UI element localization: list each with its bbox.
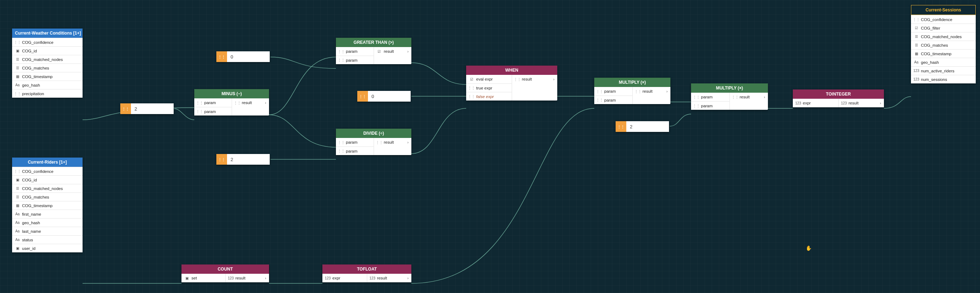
constant-value[interactable]: 2: [626, 121, 669, 132]
field-row[interactable]: ☰COG_matched_nodes: [12, 184, 83, 192]
field-row[interactable]: ☰COG_matches: [12, 64, 83, 72]
output-port[interactable]: ⋮⋮result›: [730, 93, 768, 101]
input-port[interactable]: ⋮⋮param: [336, 47, 374, 56]
output-port[interactable]: ⋮⋮result›: [633, 87, 671, 96]
field-row[interactable]: ☰COG_matches: [12, 192, 83, 201]
entity-current-weather[interactable]: Current-Weather Conditions [1+] ⋮⋮COG_co…: [12, 29, 83, 98]
input-port[interactable]: ⋮⋮param: [194, 98, 232, 107]
arrow-icon: ›: [405, 141, 409, 144]
constant-node[interactable]: ⋮⋮ 2: [120, 103, 173, 114]
field-row[interactable]: ☰COG_matched_nodes: [12, 55, 83, 64]
constant-node[interactable]: ⋮⋮ 2: [616, 121, 669, 132]
field-row[interactable]: 123num_sessions: [911, 75, 976, 83]
output-port[interactable]: ⋮⋮result›: [374, 138, 412, 146]
entity-current-riders[interactable]: Current-Riders [1+] ⋮⋮COG_confidence ▣CO…: [12, 158, 83, 252]
check-icon: ☑: [914, 26, 919, 30]
tree-icon: ⋮⋮: [694, 94, 699, 99]
input-port[interactable]: ⋮⋮param: [336, 56, 374, 64]
input-port[interactable]: ⋮⋮param: [336, 146, 374, 155]
num-icon: 123: [914, 69, 919, 74]
input-port[interactable]: ☑eval expr: [466, 75, 512, 83]
op-count[interactable]: COUNT ▣set 123result›: [181, 264, 269, 282]
output-port[interactable]: ☑result›: [374, 47, 412, 56]
list-icon: ☰: [15, 195, 20, 200]
field-row[interactable]: ⋮⋮COG_confidence: [911, 15, 976, 24]
op-divide[interactable]: DIVIDE (÷) ⋮⋮param ⋮⋮param ⋮⋮result›: [336, 129, 411, 155]
field-row[interactable]: ⋮⋮precipitation: [12, 89, 83, 98]
output-port[interactable]: 123result›: [226, 274, 269, 282]
output-port[interactable]: 123result›: [839, 99, 884, 107]
field-row[interactable]: Aastatus: [12, 235, 83, 244]
input-port[interactable]: 123expr: [793, 99, 838, 107]
arrow-icon: ›: [878, 101, 881, 105]
tree-icon: ⋮⋮: [339, 149, 344, 154]
input-port[interactable]: ⋮⋮param: [194, 107, 232, 115]
field-row[interactable]: ▦COG_timestamp: [911, 49, 976, 58]
constant-value[interactable]: 0: [368, 91, 410, 102]
cal-icon: ▦: [914, 51, 919, 56]
constant-value[interactable]: 2: [131, 103, 173, 114]
input-port[interactable]: 123expr: [322, 274, 367, 282]
id-icon: ▣: [15, 178, 20, 183]
arrow-icon: ›: [263, 101, 266, 105]
field-row[interactable]: ⋮⋮COG_confidence: [12, 38, 83, 46]
op-when[interactable]: WHEN ☑eval expr ⋮⋮true expr ⋮⋮false expr…: [466, 66, 557, 101]
output-port[interactable]: ⋮⋮result›: [232, 98, 269, 107]
field-row[interactable]: ⋮⋮COG_confidence: [12, 167, 83, 175]
constant-node[interactable]: ⋮⋮ 2: [216, 154, 270, 165]
op-tointeger[interactable]: TOINTEGER 123expr 123result›: [793, 90, 884, 107]
list-icon: ☰: [914, 43, 919, 48]
text-icon: Aa: [15, 220, 20, 225]
entity-current-sessions[interactable]: Current-Sessions ⋮⋮COG_confidence ☑COG_f…: [911, 5, 976, 83]
field-row[interactable]: ☑COG_filter: [911, 24, 976, 32]
constant-type-icon: ⋮⋮: [120, 103, 131, 114]
tree-icon: ⋮⋮: [15, 91, 20, 96]
op-multiply-1[interactable]: MULTIPLY (×) ⋮⋮param ⋮⋮param ⋮⋮result›: [594, 78, 670, 104]
entity-header: Current-Sessions: [911, 5, 976, 15]
op-tofloat[interactable]: TOFLOAT 123expr 123result›: [322, 264, 411, 282]
op-greater-than[interactable]: GREATER THAN (>) ⋮⋮param ⋮⋮param ☑result…: [336, 38, 411, 64]
field-row[interactable]: ▦COG_timestamp: [12, 72, 83, 80]
constant-value[interactable]: 0: [227, 51, 270, 62]
field-row[interactable]: Aalast_name: [12, 227, 83, 235]
input-port[interactable]: ▣set: [181, 274, 225, 282]
constant-value[interactable]: 2: [227, 154, 270, 165]
op-header: WHEN: [466, 66, 557, 75]
field-row[interactable]: Aageo_hash: [12, 218, 83, 227]
op-header: COUNT: [181, 264, 269, 274]
input-port[interactable]: ⋮⋮param: [594, 87, 632, 96]
op-minus[interactable]: MINUS (−) ⋮⋮param ⋮⋮param ⋮⋮result›: [194, 89, 269, 115]
field-row[interactable]: ▣COG_id: [12, 46, 83, 55]
tree-icon: ⋮⋮: [15, 169, 20, 174]
field-row[interactable]: Aageo_hash: [911, 58, 976, 66]
field-row[interactable]: Aageo_hash: [12, 80, 83, 89]
text-icon: Aa: [15, 83, 20, 88]
text-icon: Aa: [914, 60, 919, 65]
field-row[interactable]: ▣COG_id: [12, 175, 83, 184]
num-icon: 123: [914, 77, 919, 82]
tree-icon: ⋮⋮: [339, 140, 344, 145]
field-row[interactable]: ☰COG_matched_nodes: [911, 32, 976, 41]
tree-icon: ⋮⋮: [914, 17, 919, 22]
field-row[interactable]: ▣user_id: [12, 244, 83, 252]
output-port[interactable]: ⋮⋮result›: [512, 75, 558, 83]
field-row[interactable]: ▦COG_timestamp: [12, 201, 83, 210]
input-port[interactable]: ⋮⋮true expr: [466, 83, 512, 92]
text-icon: Aa: [15, 212, 20, 217]
tree-icon: ⋮⋮: [15, 40, 20, 45]
field-row[interactable]: 123num_active_riders: [911, 66, 976, 75]
constant-node[interactable]: ⋮⋮ 0: [216, 51, 270, 62]
input-port[interactable]: ⋮⋮false expr: [466, 92, 512, 101]
field-row[interactable]: ☰COG_matches: [911, 41, 976, 49]
input-port[interactable]: ⋮⋮param: [691, 101, 730, 110]
num-icon: 123: [229, 275, 234, 280]
output-port[interactable]: 123result›: [367, 274, 412, 282]
edges-layer: [0, 0, 980, 293]
constant-node[interactable]: ⋮⋮ 0: [357, 91, 410, 102]
op-header: MINUS (−): [194, 89, 269, 98]
field-row[interactable]: Aafirst_name: [12, 210, 83, 218]
input-port[interactable]: ⋮⋮param: [594, 96, 632, 104]
op-multiply-2[interactable]: MULTIPLY (×) ⋮⋮param ⋮⋮param ⋮⋮result›: [691, 83, 768, 110]
input-port[interactable]: ⋮⋮param: [336, 138, 374, 146]
input-port[interactable]: ⋮⋮param: [691, 93, 730, 101]
